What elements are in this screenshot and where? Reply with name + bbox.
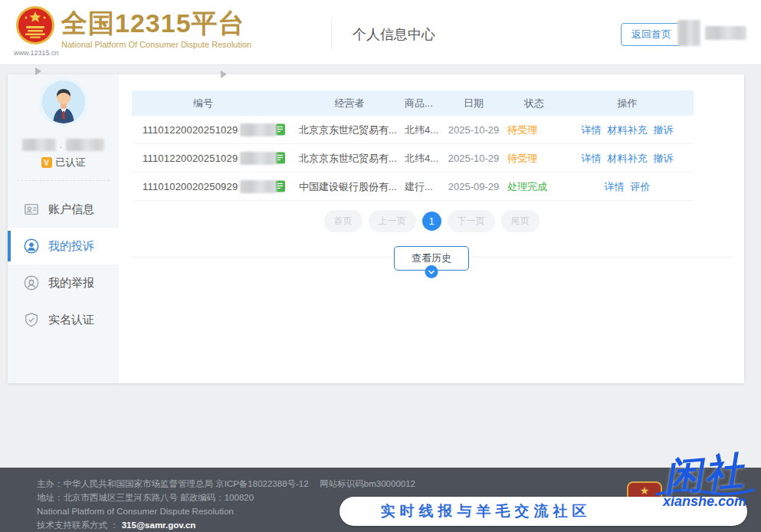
sidebar-item-label: 我的举报	[48, 276, 94, 291]
product-name: 建行...	[400, 172, 443, 200]
main-panel: . V 已认证 账户信息	[8, 74, 744, 383]
cursor-artifact	[35, 67, 41, 75]
doc-icon-cell[interactable]	[274, 144, 296, 172]
pagination: 首页 上一页 1 下一页 尾页	[119, 210, 744, 232]
user-name-redacted	[705, 26, 746, 40]
chevron-down-icon[interactable]	[425, 265, 438, 278]
national-emblem-icon	[15, 5, 55, 45]
table-row: 11101220020251029 北京京东世纪贸易有... 北纬4... 20…	[132, 116, 694, 144]
sidebar: . V 已认证 账户信息	[8, 74, 119, 383]
sidebar-item-label: 账户信息	[48, 202, 94, 217]
support-email[interactable]: 315@samr.gov.cn	[122, 521, 196, 530]
watermark: 闲社 xianshe.com	[653, 454, 756, 510]
complaint-date: 2025-10-29	[443, 144, 504, 172]
status-badge: 待受理	[507, 153, 537, 164]
user-avatar-redacted	[677, 20, 700, 46]
history-section: 查看历史	[119, 246, 744, 281]
operator-name: 中国建设银行股份有...	[296, 172, 400, 200]
brand-subtitle: National Platform Of Consumer Dispute Re…	[61, 40, 251, 49]
pagination-first[interactable]: 首页	[324, 210, 362, 232]
verified-label: 已认证	[56, 156, 86, 169]
content-area: 编号 经营者 商品... 日期 状态 操作 11101220020251029	[119, 74, 744, 383]
complaint-date: 2025-10-29	[443, 116, 504, 143]
table-header-row: 编号 经营者 商品... 日期 状态 操作	[132, 90, 694, 116]
id-card-icon	[23, 201, 40, 218]
complaints-table: 编号 经营者 商品... 日期 状态 操作 11101220020251029	[132, 90, 694, 201]
withdraw-link[interactable]: 撤诉	[654, 124, 674, 136]
person-circle-icon	[23, 238, 40, 255]
complaint-number: 11101220020251029	[132, 144, 274, 172]
status-badge: 待受理	[507, 124, 537, 136]
col-header-status: 状态	[504, 90, 561, 116]
col-header-date: 日期	[443, 90, 504, 116]
sidebar-menu: 账户信息 我的投诉	[8, 191, 119, 338]
top-header: www.12315.cn 全国12315平台 National Platform…	[0, 0, 761, 65]
operator-name: 北京京东世纪贸易有...	[296, 116, 400, 143]
sidebar-item-real-name-auth[interactable]: 实名认证	[8, 301, 119, 338]
footer-line-host: 主办：中华人民共和国国家市场监督管理总局 京ICP备18022388号-12 网…	[37, 477, 415, 491]
number-redacted-block	[240, 123, 277, 136]
pagination-next[interactable]: 下一页	[448, 210, 495, 232]
avatar-person-icon	[42, 80, 85, 123]
cursor-artifact	[221, 71, 227, 78]
number-redacted-block	[240, 152, 277, 165]
brand-block: 全国12315平台 National Platform Of Consumer …	[61, 8, 251, 49]
header-divider	[331, 18, 332, 49]
sidebar-item-label: 我的投诉	[48, 239, 94, 254]
withdraw-link[interactable]: 撤诉	[654, 153, 674, 164]
page-title: 全国12315平台	[61, 8, 251, 38]
username-dot: .	[60, 140, 62, 150]
pagination-current-page[interactable]: 1	[422, 212, 441, 231]
sidebar-item-account-info[interactable]: 账户信息	[8, 191, 119, 228]
complaint-number: 11101020020250929	[132, 172, 274, 200]
user-account-redacted[interactable]	[677, 19, 748, 47]
pagination-prev[interactable]: 上一页	[369, 210, 416, 232]
table-row: 11101220020251029 北京京东世纪贸易有... 北纬4... 20…	[132, 144, 694, 172]
sidebar-divider	[17, 180, 110, 181]
username-redacted: .	[8, 139, 119, 151]
back-home-button[interactable]: 返回首页	[621, 23, 682, 46]
watermark-logo-text: 闲社	[651, 449, 758, 498]
supplement-link[interactable]: 材料补充	[608, 153, 648, 164]
username-block-1	[22, 139, 56, 151]
site-url: www.12315.cn	[14, 49, 57, 57]
page: www.12315.cn 全国12315平台 National Platform…	[0, 0, 761, 532]
verified-status: V 已认证	[8, 156, 119, 169]
col-header-product: 商品...	[400, 90, 443, 116]
nav-title: 个人信息中心	[353, 25, 435, 44]
pagination-last[interactable]: 尾页	[501, 210, 540, 232]
status-badge: 处理完成	[507, 181, 547, 192]
product-name: 北纬4...	[400, 116, 443, 143]
banner-text: 实时线报与羊毛交流社区	[381, 501, 592, 521]
support-label: 技术支持联系方式 ：	[37, 521, 119, 530]
sidebar-item-my-reports[interactable]: 我的举报	[8, 264, 119, 301]
shield-check-icon	[23, 311, 40, 328]
avatar	[42, 80, 85, 123]
username-block-2	[66, 139, 104, 151]
doc-icon-cell[interactable]	[274, 116, 296, 143]
detail-link[interactable]: 详情	[582, 124, 602, 136]
complaint-date: 2025-09-29	[443, 172, 504, 200]
sidebar-item-label: 实名认证	[48, 313, 94, 327]
product-name: 北纬4...	[400, 144, 443, 172]
national-emblem: www.12315.cn	[14, 5, 57, 57]
doc-icon-cell[interactable]	[274, 172, 296, 200]
verified-badge-icon: V	[41, 157, 52, 168]
supplement-link[interactable]: 材料补充	[608, 124, 648, 136]
evaluate-link[interactable]: 评价	[631, 181, 651, 192]
detail-link[interactable]: 详情	[605, 181, 625, 192]
detail-link[interactable]: 详情	[582, 153, 602, 164]
col-header-icon	[274, 90, 296, 116]
table-row: 11101020020250929 中国建设银行股份有... 建行... 202…	[132, 172, 694, 201]
sidebar-item-my-complaints[interactable]: 我的投诉	[8, 228, 119, 264]
number-redacted-block	[240, 180, 277, 193]
officer-badge-icon	[23, 274, 40, 291]
operator-name: 北京京东世纪贸易有...	[296, 144, 400, 172]
col-header-operator: 经营者	[296, 90, 400, 116]
col-header-actions: 操作	[561, 90, 694, 116]
complaint-number: 11101220020251029	[132, 116, 274, 143]
col-header-number: 编号	[132, 90, 274, 116]
